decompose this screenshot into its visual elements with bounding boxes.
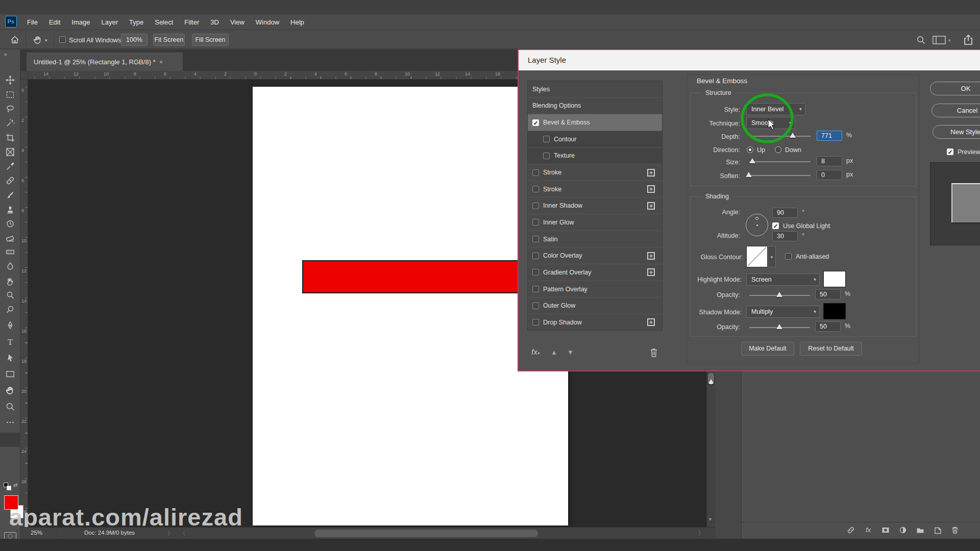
menu-item-file[interactable]: File [21, 18, 43, 26]
angle-dial[interactable] [746, 214, 768, 236]
type-tool-icon[interactable]: T [4, 336, 16, 348]
highlight-color-swatch[interactable] [823, 271, 846, 287]
frame-tool-icon[interactable] [4, 146, 16, 158]
shadow-mode-dropdown[interactable]: Multiply▾ [746, 306, 820, 318]
gloss-contour-dropdown-icon[interactable]: ▾ [768, 246, 776, 267]
burn-tool-icon[interactable] [4, 304, 16, 316]
add-effect-icon[interactable]: + [647, 185, 655, 193]
folder-icon[interactable] [916, 525, 925, 537]
style-item-bevel-emboss[interactable]: ✓Bevel & Emboss [528, 114, 662, 131]
dialog-title[interactable]: Layer Style [519, 50, 980, 70]
spot-healing-brush-tool-icon[interactable] [4, 174, 16, 187]
style-item-stroke[interactable]: Stroke+ [528, 181, 662, 198]
effect-checkbox[interactable] [532, 186, 539, 192]
menu-item-window[interactable]: Window [250, 18, 285, 26]
delete-effect-icon[interactable] [649, 347, 658, 358]
shadow-color-swatch[interactable] [823, 303, 846, 319]
soften-value[interactable]: 0 [817, 170, 842, 180]
style-item-outer-glow[interactable]: Outer Glow [528, 297, 662, 314]
gloss-contour-swatch[interactable] [746, 246, 768, 267]
style-item-contour[interactable]: Contour [528, 131, 662, 148]
gradient-tool-icon[interactable] [4, 246, 16, 258]
style-item-color-overlay[interactable]: Color Overlay+ [528, 247, 662, 264]
style-item-texture[interactable]: Texture [528, 148, 662, 165]
path-selection-tool-icon[interactable] [4, 352, 16, 364]
anti-aliased-checkbox[interactable] [785, 253, 792, 260]
fx-menu-icon[interactable]: fx▾ [531, 347, 540, 356]
style-item-gradient-overlay[interactable]: Gradient Overlay+ [528, 264, 662, 281]
menu-item-type[interactable]: Type [124, 18, 149, 26]
trash-icon[interactable] [950, 525, 960, 537]
style-item-drop-shadow[interactable]: Drop Shadow+ [528, 314, 662, 331]
effect-checkbox[interactable] [532, 203, 539, 209]
shadow-opacity-value[interactable]: 50 [815, 321, 841, 332]
depth-value[interactable]: 771 [817, 131, 842, 141]
effect-checkbox[interactable] [532, 319, 539, 325]
effect-checkbox[interactable] [532, 253, 539, 259]
size-value[interactable]: 8 [817, 156, 842, 166]
menu-item-3d[interactable]: 3D [205, 18, 225, 26]
size-slider[interactable] [749, 161, 811, 162]
make-default-button[interactable]: Make Default [741, 342, 794, 356]
dodge-tool-icon[interactable] [4, 289, 16, 302]
hand-tool-icon[interactable] [4, 384, 16, 396]
style-item-styles[interactable]: Styles [528, 81, 662, 98]
scroll-all-windows-checkbox[interactable] [59, 36, 66, 43]
style-item-stroke[interactable]: Stroke+ [528, 164, 662, 181]
menu-item-view[interactable]: View [225, 18, 250, 26]
magic-wand-tool-icon[interactable] [4, 117, 16, 129]
scrollbar-thumb[interactable] [708, 373, 714, 384]
style-item-satin[interactable]: Satin [528, 231, 662, 248]
blur-tool-icon[interactable] [4, 260, 16, 272]
cancel-button[interactable]: Cancel [932, 104, 980, 117]
rectangle-tool-icon[interactable] [4, 368, 16, 380]
horizontal-scrollbar-thumb[interactable] [314, 530, 538, 537]
rectangular-marquee-tool-icon[interactable] [4, 88, 16, 101]
zoom-100-button[interactable]: 100% [121, 34, 148, 46]
fx-icon[interactable]: fx [864, 525, 873, 537]
zoom-level[interactable]: 25% [31, 530, 42, 536]
home-icon[interactable] [10, 35, 19, 44]
fit-screen-button[interactable]: Fit Screen [153, 34, 185, 46]
brush-tool-icon[interactable] [4, 189, 16, 201]
zoom-tool-icon[interactable] [4, 400, 16, 413]
soften-slider-thumb[interactable] [746, 172, 752, 177]
effect-checkbox[interactable] [543, 136, 550, 142]
effect-checkbox[interactable] [543, 153, 550, 159]
size-slider-thumb[interactable] [749, 158, 755, 163]
add-effect-icon[interactable]: + [647, 252, 655, 260]
eyedropper-tool-icon[interactable] [4, 160, 16, 172]
ok-button[interactable]: OK [930, 82, 980, 95]
pen-tool-icon[interactable] [4, 319, 16, 332]
effect-checkbox[interactable] [532, 169, 539, 176]
add-effect-icon[interactable]: + [647, 169, 655, 177]
menu-item-select[interactable]: Select [149, 18, 179, 26]
altitude-value[interactable]: 30 [772, 231, 798, 241]
reset-to-default-button[interactable]: Reset to Default [800, 342, 862, 356]
add-effect-icon[interactable]: + [647, 202, 655, 210]
use-global-light-checkbox[interactable]: ✓ [772, 222, 779, 229]
hand-tool-icon[interactable] [33, 35, 43, 45]
smudge-tool-icon[interactable] [4, 275, 16, 287]
history-brush-tool-icon[interactable] [4, 217, 16, 230]
scroll-right-icon[interactable]: 〉 [698, 530, 704, 537]
new-layer-icon[interactable] [933, 525, 942, 537]
crop-tool-icon[interactable] [4, 132, 16, 144]
menu-item-layer[interactable]: Layer [96, 18, 124, 26]
clone-stamp-tool-icon[interactable] [4, 203, 16, 215]
move-effect-down-icon[interactable]: ▼ [567, 348, 574, 356]
lasso-tool-icon[interactable] [4, 103, 16, 115]
add-effect-icon[interactable]: + [647, 268, 655, 276]
menu-item-help[interactable]: Help [285, 18, 310, 26]
style-item-blending-options[interactable]: Blending Options [528, 98, 662, 115]
link-icon[interactable] [846, 525, 855, 537]
effect-checkbox[interactable] [532, 219, 539, 226]
workspace-switcher-icon[interactable] [933, 36, 946, 44]
move-tool-icon[interactable] [4, 74, 16, 86]
menu-item-filter[interactable]: Filter [179, 18, 205, 26]
more-tool-icon[interactable] [4, 416, 16, 429]
mask-icon[interactable] [881, 525, 890, 537]
scroll-down-icon[interactable]: ▾ [709, 516, 712, 522]
shadow-opacity-thumb[interactable] [776, 324, 782, 329]
adjustment-icon[interactable] [898, 525, 908, 537]
